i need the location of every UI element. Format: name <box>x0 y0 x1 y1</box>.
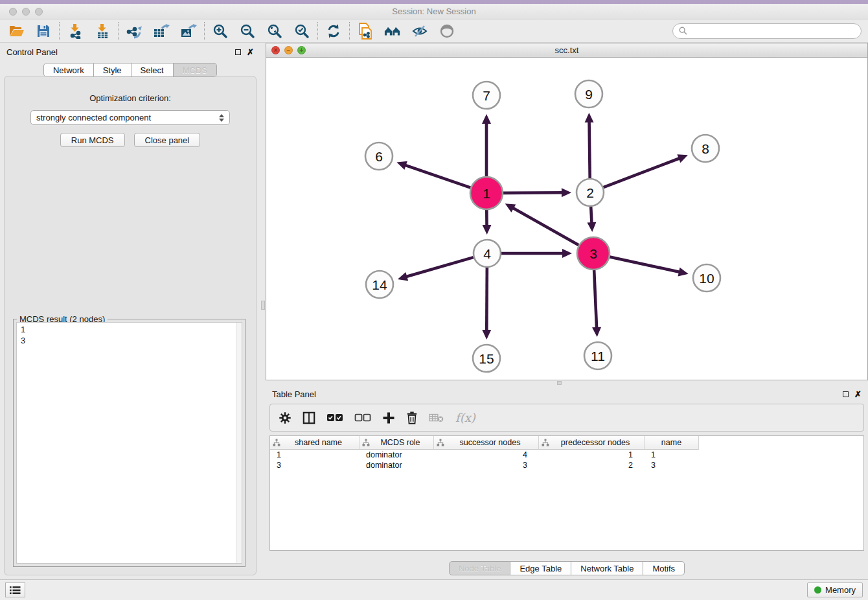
import-table-icon[interactable] <box>94 23 111 40</box>
float-table-panel-icon[interactable] <box>843 391 849 397</box>
table-row[interactable]: 3dominator323 <box>270 460 863 470</box>
close-panel-button[interactable]: Close panel <box>134 133 201 147</box>
edge-1-2[interactable] <box>503 192 563 193</box>
table-cell[interactable]: dominator <box>360 460 434 470</box>
graph-node-7[interactable]: 7 <box>473 82 500 109</box>
graph-node-3[interactable]: 3 <box>577 237 610 270</box>
run-mcds-button[interactable]: Run MCDS <box>60 133 125 147</box>
control-panel: Control Panel ✗ NetworkStyleSelectMCDS O… <box>0 43 260 579</box>
edge-4-14[interactable] <box>405 257 474 277</box>
function-builder-icon[interactable]: f(x) <box>455 411 475 424</box>
tab-select[interactable]: Select <box>131 63 174 77</box>
edge-arrowhead <box>678 268 689 277</box>
graph-node-1[interactable]: 1 <box>470 177 503 209</box>
zoom-in-icon[interactable] <box>212 23 229 40</box>
copy-network-view-icon[interactable] <box>357 23 374 40</box>
zoom-fit-icon[interactable] <box>266 23 283 40</box>
optimization-criterion-select[interactable]: strongly connected component <box>30 110 230 125</box>
open-file-icon[interactable] <box>8 23 25 40</box>
tab-mcds[interactable]: MCDS <box>174 63 217 77</box>
split-panel-icon[interactable] <box>303 411 315 424</box>
export-table-icon[interactable] <box>153 23 170 40</box>
result-scrollbar[interactable] <box>236 323 242 563</box>
export-image-icon[interactable] <box>180 23 197 40</box>
window-resize-handle[interactable] <box>557 381 562 385</box>
show-details-eye-icon[interactable] <box>439 23 455 40</box>
settings-gear-icon[interactable] <box>279 411 291 424</box>
graph-node-2[interactable]: 2 <box>577 179 604 206</box>
table-cell[interactable]: 1 <box>645 450 699 460</box>
table-cell[interactable]: 3 <box>434 460 539 470</box>
edge-4-15[interactable] <box>486 268 487 331</box>
refresh-icon[interactable] <box>325 23 342 40</box>
task-history-button[interactable] <box>5 583 25 597</box>
table-row[interactable]: 1dominator411 <box>270 450 863 460</box>
float-panel-icon[interactable] <box>235 49 241 55</box>
graph-node-4[interactable]: 4 <box>474 240 501 267</box>
minimize-view-icon[interactable]: − <box>284 46 293 54</box>
import-network-icon[interactable] <box>67 23 84 40</box>
tab-network-table[interactable]: Network Table <box>571 561 643 575</box>
edge-3-10[interactable] <box>610 257 680 273</box>
graph-node-10[interactable]: 10 <box>693 264 720 292</box>
graph-node-11[interactable]: 11 <box>584 342 611 369</box>
tab-edge-table[interactable]: Edge Table <box>510 561 571 575</box>
edge-1-6[interactable] <box>405 165 471 188</box>
edge-3-1[interactable] <box>512 208 578 246</box>
save-session-icon[interactable] <box>35 23 52 40</box>
search-input[interactable] <box>672 23 862 39</box>
close-panel-icon[interactable]: ✗ <box>247 49 254 55</box>
panel-divider[interactable] <box>260 43 266 579</box>
zoom-window-button[interactable] <box>35 8 43 16</box>
svg-text:2: 2 <box>586 185 594 200</box>
column-header-shared-name[interactable]: shared name <box>270 436 360 450</box>
network-canvas[interactable]: 1234678910111415 <box>266 58 867 380</box>
deselect-all-columns-icon[interactable] <box>354 413 371 422</box>
column-header-MCDS-role[interactable]: MCDS role <box>360 436 434 450</box>
home-layout-icon[interactable] <box>384 23 401 40</box>
close-window-button[interactable] <box>9 8 17 16</box>
edge-2-9[interactable] <box>589 121 590 178</box>
select-all-columns-icon[interactable] <box>326 413 343 422</box>
graph-node-14[interactable]: 14 <box>366 271 393 298</box>
result-line: 3 <box>21 335 232 346</box>
close-view-icon[interactable]: × <box>271 46 280 54</box>
search-icon <box>679 27 687 35</box>
edge-3-11[interactable] <box>594 270 597 329</box>
divider-handle-icon[interactable] <box>261 301 265 310</box>
add-column-icon[interactable] <box>382 411 395 424</box>
table-cell[interactable]: 3 <box>645 460 699 470</box>
delete-column-icon[interactable] <box>406 411 418 424</box>
export-network-icon[interactable] <box>126 23 143 40</box>
delete-table-icon[interactable] <box>429 413 444 423</box>
tab-style[interactable]: Style <box>94 63 131 77</box>
table-cell[interactable]: 2 <box>539 460 645 470</box>
graph-node-6[interactable]: 6 <box>365 143 393 170</box>
tab-network[interactable]: Network <box>43 63 94 77</box>
edge-arrowhead <box>587 222 596 232</box>
edge-arrowhead <box>592 327 601 337</box>
maximize-view-icon[interactable]: + <box>297 46 306 54</box>
edge-2-8[interactable] <box>604 158 680 187</box>
table-cell[interactable]: 1 <box>539 450 645 460</box>
memory-button[interactable]: Memory <box>807 583 863 597</box>
zoom-out-icon[interactable] <box>239 23 256 40</box>
graph-node-9[interactable]: 9 <box>575 80 602 108</box>
table-cell[interactable]: 4 <box>434 450 539 460</box>
table-cell[interactable]: 1 <box>270 450 360 460</box>
table-cell[interactable]: 3 <box>270 460 360 470</box>
tab-node-table[interactable]: Node Table <box>449 561 511 575</box>
mcds-panel: Optimization criterion: strongly connect… <box>4 76 257 575</box>
minimize-window-button[interactable] <box>22 8 30 16</box>
tab-motifs[interactable]: Motifs <box>643 561 685 575</box>
column-header-successor-nodes[interactable]: successor nodes <box>434 436 539 450</box>
graph-node-8[interactable]: 8 <box>692 135 719 162</box>
zoom-selected-icon[interactable] <box>293 23 310 40</box>
column-header-name[interactable]: name <box>645 436 699 450</box>
hide-panels-eye-icon[interactable] <box>411 23 428 40</box>
column-header-predecessor-nodes[interactable]: predecessor nodes <box>539 436 645 450</box>
close-table-panel-icon[interactable]: ✗ <box>854 391 862 397</box>
edge-2-3[interactable] <box>591 207 591 224</box>
graph-node-15[interactable]: 15 <box>473 345 500 372</box>
table-cell[interactable]: dominator <box>360 450 434 460</box>
